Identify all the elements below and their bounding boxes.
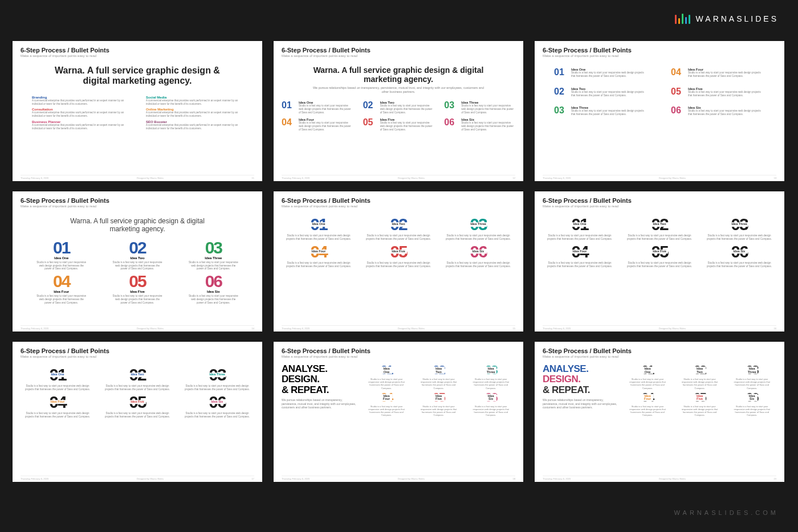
idea-list: 01Idea OneStudio is a fast way to start … (282, 101, 515, 131)
brand-logo: WARNASLIDES (675, 14, 779, 24)
slide-2: 6-Step Process / Bullet Points Make a se… (274, 41, 523, 181)
idea-tile: 06Idea SixStudio is a fast way to start … (180, 394, 254, 419)
slide-title: 6-Step Process / Bullet Points (543, 347, 776, 354)
service-item: Social MediaA commercial enterprise that… (146, 96, 243, 106)
analyse-layout: ANALYSE. DESIGN. & REPEAT. We pursue rel… (543, 364, 776, 417)
service-item: Online MarketingA commercial enterprise … (146, 108, 243, 118)
slide-subtitle: Make a sequence of important points easy… (543, 204, 776, 208)
adr-heading: ANALYSE. DESIGN. & REPEAT. We pursue rel… (282, 364, 356, 417)
idea-item: 01Idea OneStudio is a fast way to start … (282, 101, 353, 114)
idea-tile: 03Idea ThreeStudio is a fast way to star… (441, 216, 515, 241)
idea-tile: 02Idea TwoStudio is a fast way to start … (414, 364, 463, 390)
idea-item: 02Idea TwoStudio is a fast way to start … (554, 87, 648, 97)
adr-heading: ANALYSE. DESIGN. & REPEAT. We pursue rel… (543, 364, 617, 417)
idea-item: 03Idea ThreeStudio is a fast way to star… (444, 101, 515, 114)
idea-item: 06Idea SixStudio is a fast way to start … (444, 118, 515, 132)
idea-tile: 03Idea ThreeStudio is a fast way to star… (180, 366, 254, 391)
slide-subtitle: Make a sequence of important points easy… (21, 355, 254, 358)
idea-tile: 05Idea FiveStudio is a fast way to start… (108, 273, 166, 305)
slide-5: 6-Step Process / Bullet Points Make a se… (274, 191, 523, 332)
idea-tiles: 01Idea OneStudio is a fast way to start … (543, 216, 776, 268)
slide-1: 6-Step Process / Bullet Points Make a se… (13, 41, 262, 181)
idea-item: 04Idea FourStudio is a fast way to start… (282, 118, 353, 132)
idea-tile: 06Idea SixStudio is a fast way to start … (727, 391, 776, 417)
idea-tile: 06Idea SixStudio is a fast way to start … (184, 273, 243, 305)
slide-title: 6-Step Process / Bullet Points (543, 47, 776, 54)
idea-tile: 01Idea OneStudio is a fast way to start … (282, 216, 356, 241)
hero-heading: Warna. A full service graphic design & d… (21, 217, 254, 234)
slide-subtitle: Make a sequence of important points easy… (543, 54, 776, 58)
idea-tile: 03Idea ThreeStudio is a fast way to star… (727, 364, 776, 390)
slide-footer: Thursday, February 6, 2020Designed by Wa… (21, 325, 254, 330)
idea-tile: 05Idea FiveStudio is a fast way to start… (675, 391, 724, 417)
idea-tile: 06Idea SixStudio is a fast way to start … (466, 391, 515, 417)
idea-tile: 05Idea FiveStudio is a fast way to start… (100, 394, 174, 419)
idea-item: 06Idea SixStudio is a fast way to start … (671, 106, 765, 116)
slide-4: 6-Step Process / Bullet Points Make a se… (13, 191, 262, 332)
idea-tile: 01Idea OneStudio is a fast way to start … (32, 239, 91, 271)
idea-tiles: 01Idea OneStudio is a fast way to start … (282, 216, 515, 268)
slide-footer: Thursday, February 6, 2020Designed by Wa… (543, 476, 776, 480)
idea-item: 02Idea TwoStudio is a fast way to start … (363, 101, 434, 114)
service-item: ConsultationA commercial enterprise that… (32, 108, 129, 118)
slide-footer: Thursday, February 6, 2020Designed by Wa… (282, 175, 515, 179)
idea-list: 01Idea OneStudio is a fast way to start … (543, 68, 776, 116)
idea-tile: 05Idea FiveStudio is a fast way to start… (622, 243, 697, 268)
hero-heading: Warna. A full service graphic design & d… (282, 66, 515, 84)
slide-subtitle: Make a sequence of important points easy… (282, 54, 515, 58)
slide-footer: Thursday, February 6, 2020Designed by Wa… (282, 476, 515, 480)
idea-tile: 04Idea FourStudio is a fast way to start… (282, 243, 356, 268)
slide-9: 6-Step Process / Bullet Points Make a se… (535, 342, 784, 482)
slide-title: 6-Step Process / Bullet Points (21, 47, 254, 54)
slide-subtitle: Make a sequence of important points easy… (21, 204, 254, 208)
idea-tile: 01Idea OneStudio is a fast way to start … (543, 216, 617, 241)
slide-subtitle: Make a sequence of important points easy… (282, 204, 515, 208)
service-item: BrandingA commercial enterprise that pro… (32, 96, 129, 106)
idea-tile: 03Idea ThreeStudio is a fast way to star… (184, 239, 243, 271)
idea-tile: 05Idea FiveStudio is a fast way to start… (414, 391, 463, 417)
services-list: BrandingA commercial enterprise that pro… (21, 96, 254, 130)
idea-tile: 03Idea ThreeStudio is a fast way to star… (466, 364, 515, 390)
idea-tile: 06Idea SixStudio is a fast way to start … (702, 243, 776, 268)
idea-tile: 04Idea FourStudio is a fast way to start… (21, 394, 95, 419)
slide-title: 6-Step Process / Bullet Points (543, 197, 776, 204)
hero-heading: Warna. A full service graphic design & d… (21, 66, 254, 87)
idea-tile: 02Idea TwoStudio is a fast way to start … (622, 216, 697, 241)
slide-footer: Thursday, February 6, 2020Designed by Wa… (21, 175, 254, 179)
idea-item: 03Idea ThreeStudio is a fast way to star… (554, 106, 648, 116)
idea-tile: 02Idea TwoStudio is a fast way to start … (100, 366, 174, 391)
slide-8: 6-Step Process / Bullet Points Make a se… (274, 342, 523, 482)
idea-tile: 02Idea TwoStudio is a fast way to start … (108, 239, 166, 271)
idea-tile: 01Idea OneStudio is a fast way to start … (21, 366, 95, 391)
slide-3: 6-Step Process / Bullet Points Make a se… (535, 41, 784, 181)
slide-title: 6-Step Process / Bullet Points (282, 347, 515, 354)
slide-title: 6-Step Process / Bullet Points (21, 347, 254, 354)
hero-sub: We pursue relationships based on transpa… (282, 86, 515, 94)
idea-tile: 06Idea SixStudio is a fast way to start … (441, 243, 515, 268)
idea-tile: 02Idea TwoStudio is a fast way to start … (675, 364, 724, 390)
analyse-layout: ANALYSE. DESIGN. & REPEAT. We pursue rel… (282, 364, 515, 417)
slide-subtitle: Make a sequence of important points easy… (21, 54, 254, 58)
slide-subtitle: Make a sequence of important points easy… (543, 355, 776, 358)
idea-tile: 03Idea ThreeStudio is a fast way to star… (702, 216, 776, 241)
idea-item: 05Idea FiveStudio is a fast way to start… (671, 87, 765, 97)
slide-7: 6-Step Process / Bullet Points Make a se… (13, 342, 262, 482)
logo-bars-icon (675, 14, 690, 24)
idea-tile: 04Idea FourStudio is a fast way to start… (623, 391, 672, 417)
idea-tile: 04Idea FourStudio is a fast way to start… (543, 243, 617, 268)
slide-footer: Thursday, February 6, 2020Designed by Wa… (21, 476, 254, 480)
idea-item: 05Idea FiveStudio is a fast way to start… (363, 118, 434, 132)
slide-subtitle: Make a sequence of important points easy… (282, 355, 515, 358)
slide-title: 6-Step Process / Bullet Points (282, 197, 515, 204)
idea-item: 04Idea FourStudio is a fast way to start… (671, 68, 765, 78)
idea-tiles: 01Idea OneStudio is a fast way to start … (362, 364, 515, 417)
idea-tile: 02Idea TwoStudio is a fast way to start … (361, 216, 435, 241)
slide-title: 6-Step Process / Bullet Points (282, 47, 515, 54)
service-item: Business PlannerA commercial enterprise … (32, 120, 129, 130)
slide-footer: Thursday, February 6, 2020Designed by Wa… (282, 325, 515, 330)
slide-title: 6-Step Process / Bullet Points (21, 197, 254, 204)
brand-text: WARNASLIDES (696, 14, 779, 23)
idea-tiles: 01Idea OneStudio is a fast way to start … (21, 366, 254, 418)
idea-tiles: 01Idea OneStudio is a fast way to start … (21, 239, 254, 305)
idea-tile: 05Idea FiveStudio is a fast way to start… (361, 243, 435, 268)
